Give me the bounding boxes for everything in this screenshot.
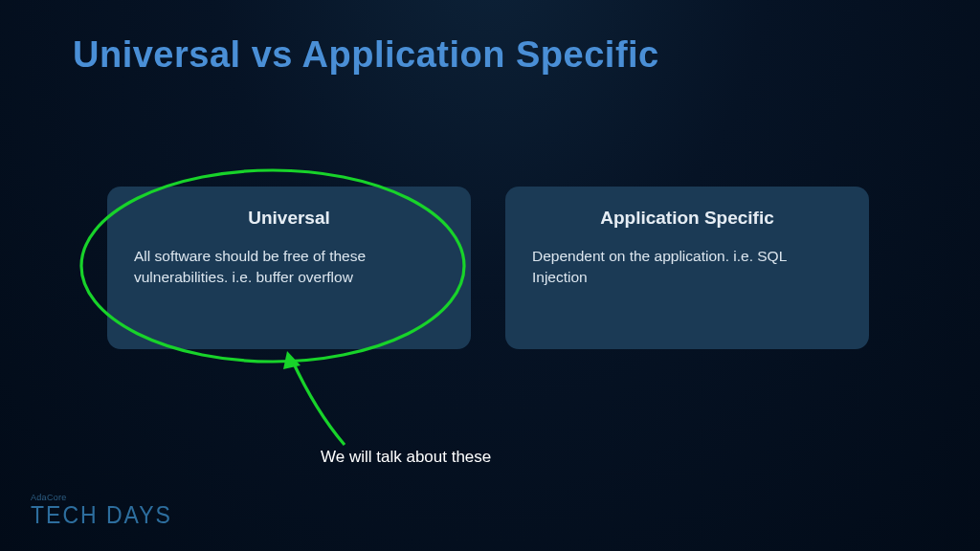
annotation-arrow-icon (292, 360, 345, 445)
brand-big-text: TECH DAYS (31, 500, 172, 530)
card-app-specific: Application Specific Dependent on the ap… (505, 187, 869, 349)
brand-block: AdaCore TECH DAYS (31, 493, 172, 530)
card-app-specific-body: Dependent on the application. i.e. SQL I… (532, 246, 842, 289)
card-universal-body: All software should be free of these vul… (134, 246, 444, 289)
card-universal: Universal All software should be free of… (107, 187, 471, 349)
annotation-arrowhead-icon (283, 351, 301, 369)
card-app-specific-title: Application Specific (532, 208, 842, 229)
slide-title: Universal vs Application Specific (73, 34, 659, 76)
card-universal-title: Universal (134, 208, 444, 229)
annotation-text: We will talk about these (321, 448, 491, 467)
cards-row: Universal All software should be free of… (107, 187, 869, 349)
